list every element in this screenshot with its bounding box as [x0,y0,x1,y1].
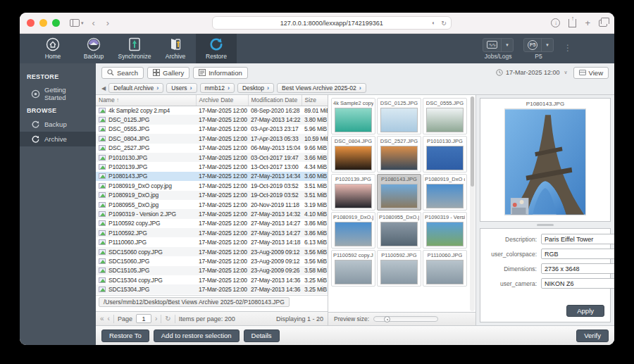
grid-item[interactable]: P1080955_DxO.jpg [377,212,421,249]
table-row[interactable]: P1080955_DxO.jpg 17-Mar-2025 12:00 20-No… [96,200,328,209]
reload-icon[interactable]: ↻ [441,20,447,27]
table-row[interactable]: SDC15304 copy.JPG 17-Mar-2025 12:00 27-M… [96,275,328,284]
table-row[interactable]: SDC15105.JPG 17-Mar-2025 12:00 23-Aug-20… [96,266,328,275]
breadcrumb-item[interactable]: Users › [166,83,197,93]
pane-splitter[interactable] [476,222,614,228]
grid-item[interactable]: 4k Sample2 copy 2. [331,98,375,134]
file-modification-date: 27-May-2013 14:36 [248,275,302,284]
address-bar[interactable]: 127.0.0.1:8000/lexxapp/1742199361 ◐ ↻ [212,16,452,30]
downloads-icon[interactable]: ↓ [551,18,560,27]
grid-item[interactable]: DSC_0804.JPG [331,136,375,172]
table-row[interactable]: P1010130.JPG 17-Mar-2025 12:00 03-Oct-20… [96,153,328,162]
table-row[interactable]: P1100592 copy.JPG 17-Mar-2025 12:00 27-M… [96,219,328,228]
sidebar-item-archive[interactable]: Archive [20,132,96,146]
page-number-input[interactable] [136,314,151,323]
table-row[interactable]: SDC15304.JPG 17-Mar-2025 12:00 27-May-20… [96,284,328,294]
table-row[interactable]: P1100592.JPG 17-Mar-2025 12:00 27-May-20… [96,228,328,237]
snapshot-datetime-selector[interactable]: 17-Mar-2025 12:00 ∨ [496,69,568,76]
grid-item[interactable]: DSC_0125.JPG [377,98,421,134]
slider-thumb[interactable] [384,316,390,322]
table-row[interactable]: SDC15060 copy.JPG 17-Mar-2025 12:00 23-A… [96,247,328,256]
table-row[interactable]: 4k Sample2 copy 2.mp4 17-Mar-2025 12:00 … [96,106,328,115]
breadcrumb-item[interactable]: mmb12 › [200,83,235,93]
nav-backup[interactable]: Backup [73,34,114,63]
verify-button[interactable]: Verify [576,330,609,342]
table-row[interactable]: P1080919_DxO copy.jpg 17-Mar-2025 12:00 … [96,181,328,190]
file-type-icon [99,277,106,283]
file-archive-date: 17-Mar-2025 12:00 [196,134,248,143]
first-page-icon[interactable]: « [100,315,104,322]
view-button[interactable]: View [573,67,609,79]
grid-item[interactable]: DSC_0555.JPG [423,98,467,134]
thumbnail-grid: 4k Sample2 copy 2. DSC_0125.JPG DSC_0555… [328,95,476,312]
table-row[interactable]: DSC_2527.JPG 17-Mar-2025 12:00 06-May-20… [96,144,328,153]
table-row[interactable]: P1020139.JPG 17-Mar-2025 12:00 13-Oct-20… [96,162,328,171]
description-field[interactable] [541,234,614,244]
colorspace-field[interactable] [541,249,614,259]
nav-restore[interactable]: Restore [196,34,237,63]
table-row[interactable]: P1110060.JPG 17-Mar-2025 12:00 27-May-20… [96,237,328,246]
column-header-modification-date[interactable]: Modification Date [248,95,302,106]
grid-item[interactable]: P1080143.JPG [377,174,421,211]
sidebar-item-getting-started[interactable]: Getting Started [20,83,96,104]
file-modification-date: 03-Apr-2013 23:17 [248,125,302,134]
close-window-button[interactable] [27,19,35,27]
previous-page-icon[interactable]: ‹ [108,315,110,322]
site-permissions-icon[interactable]: ◐ [432,20,435,26]
tab-overview-icon[interactable] [599,20,607,27]
breadcrumb-back-icon[interactable]: ◀ [101,85,106,92]
jobs-logs-button[interactable]: ∿∿ ▼ Jobs/Logs [483,38,514,60]
grid-item[interactable]: P1090319 - Version [423,212,467,249]
preview-size-slider[interactable] [373,316,438,322]
grid-scrollbar-thumb[interactable] [471,96,474,187]
sidebar-item-backup[interactable]: Backup [20,117,96,132]
details-button[interactable]: Details [244,330,280,342]
file-table-scroll[interactable]: Name ↑ Archive Date Modification Date Si… [96,95,328,295]
grid-item[interactable]: DSC_2527.JPG [377,136,421,172]
grid-item[interactable]: P1080919_DxO.jpg [331,212,375,249]
zoom-window-button[interactable] [52,19,60,27]
grid-item[interactable]: P1020139.JPG [331,174,375,211]
p5-menu-button[interactable]: P5 ▼ P5 [523,38,554,60]
grid-item[interactable]: P1080919_DxO cop [423,174,467,211]
table-row[interactable]: P1090319 - Version 2.JPG 17-Mar-2025 12:… [96,209,328,218]
breadcrumb-item[interactable]: Desktop › [237,83,274,93]
table-row[interactable]: DSC_0804.JPG 17-Mar-2025 12:00 17-Apr-20… [96,134,328,143]
nav-archive[interactable]: Archive [155,34,196,63]
apply-button[interactable]: Apply [566,305,604,317]
minimize-window-button[interactable] [39,19,47,27]
camera-field[interactable] [541,278,614,289]
column-header-archive-date[interactable]: Archive Date [196,95,248,106]
breadcrumb-item[interactable]: Default Archive › [108,83,163,93]
grid-item[interactable]: P1100592 copy.JPG [331,250,375,287]
table-row[interactable]: DSC_0125.JPG 17-Mar-2025 12:00 27-May-20… [96,115,328,124]
table-row[interactable]: P1080919_DxO.jpg 17-Mar-2025 12:00 19-Oc… [96,191,328,200]
refresh-icon[interactable]: ↻ [165,315,170,322]
forward-button[interactable]: › [104,18,112,28]
new-tab-icon[interactable]: + [585,18,590,28]
tab-search[interactable]: Search [101,67,144,79]
table-row[interactable]: DSC_0555.JPG 17-Mar-2025 12:00 03-Apr-20… [96,125,328,134]
nav-home[interactable]: Home [32,34,73,63]
back-button[interactable]: ‹ [89,18,98,28]
grid-item[interactable]: P1110060.JPG [423,250,467,287]
dimensions-field[interactable] [541,263,614,274]
breadcrumb-item[interactable]: Best Views Archive 2025-02 › [277,83,366,93]
column-header-size[interactable]: Size [302,95,328,106]
tab-gallery[interactable]: Gallery [147,67,189,79]
tab-information[interactable]: Information [193,67,248,79]
grid-scrollbar[interactable] [470,96,475,311]
more-options-icon[interactable]: ⋮ [564,46,572,51]
table-row[interactable]: P1080143.JPG 17-Mar-2025 12:00 27-May-20… [96,172,328,181]
restore-to-button[interactable]: Restore To [101,330,149,342]
grid-item[interactable]: P1100592.JPG [377,250,421,287]
nav-synchronize[interactable]: Synchronize [114,34,155,63]
share-icon[interactable] [568,19,576,27]
next-page-icon[interactable]: › [155,315,157,322]
sidebar-toggle-button[interactable]: ▾ [70,19,84,27]
grid-item[interactable]: P1010130.JPG [423,136,467,172]
column-header-name[interactable]: Name ↑ [96,95,196,106]
add-to-restore-selection-button[interactable]: Add to restore selection [154,330,240,342]
preview-image-eiffel-tower[interactable] [504,108,586,215]
table-row[interactable]: SDC15060.JPG 17-Mar-2025 12:00 23-Aug-20… [96,256,328,265]
